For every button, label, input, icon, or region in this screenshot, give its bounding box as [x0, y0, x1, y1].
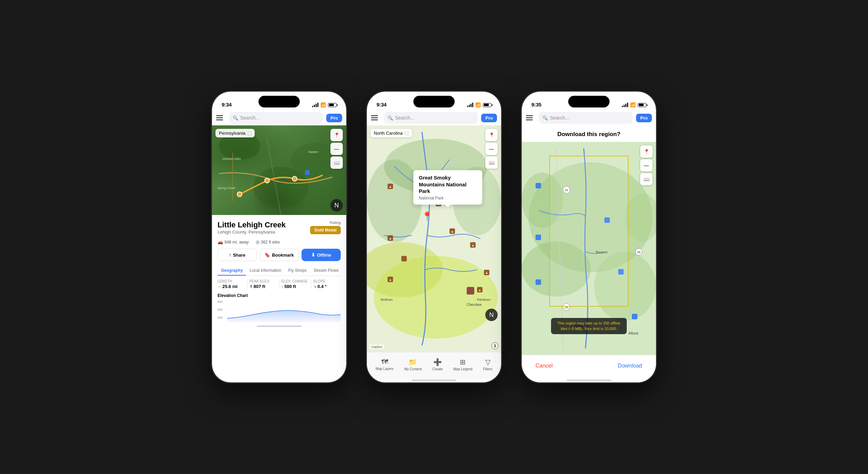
- bookmark-button[interactable]: 🔖 Bookmark: [260, 249, 299, 261]
- svg-rect-25: [401, 256, 407, 261]
- rating-box: Rating Gold Medal: [310, 220, 341, 234]
- share-icon: ↑: [229, 252, 231, 258]
- battery-icon-1: [328, 103, 337, 107]
- nav-map-legend[interactable]: ⊞ Map Legend: [453, 358, 473, 371]
- book-control-3[interactable]: 📖: [640, 173, 653, 185]
- download-title: Download this region?: [557, 131, 620, 137]
- share-button[interactable]: ↑ Share: [218, 249, 257, 261]
- elevation-value: 362 ft elev.: [261, 240, 281, 245]
- svg-text:▲: ▲: [478, 288, 481, 292]
- hamburger-button-2[interactable]: [371, 113, 381, 123]
- svg-text:▲: ▲: [485, 271, 488, 275]
- location-badge-1: Pennsylvania ⛶: [215, 129, 255, 137]
- mapbox-attribution: mapbox: [370, 344, 384, 349]
- layers-control-2[interactable]: —: [485, 143, 498, 155]
- bottom-nav-2: 🗺 Map Layers 📁 My Content ➕ Create ⊞ Map…: [367, 352, 501, 380]
- svg-rect-51: [536, 235, 541, 240]
- search-input-2[interactable]: 🔍 Search...: [384, 112, 478, 124]
- expand-icon-1: ⛶: [247, 131, 251, 135]
- layers-control-1[interactable]: —: [330, 143, 343, 155]
- nav-filters[interactable]: ▽ Filters: [483, 358, 492, 371]
- svg-text:▲: ▲: [472, 244, 475, 247]
- hamburger-button-3[interactable]: [526, 113, 536, 123]
- trail-location: Lehigh County, Pennsylvania: [218, 229, 286, 235]
- hamburger-button-1[interactable]: [216, 113, 226, 123]
- tabs-row: Geography Local Information Fly Shops St…: [218, 266, 341, 276]
- svg-rect-38: [467, 287, 474, 295]
- wifi-icon-2: 📶: [475, 102, 481, 107]
- svg-text:▲: ▲: [389, 237, 392, 240]
- status-time-3: 9:35: [531, 102, 541, 107]
- tab-fly-shops[interactable]: Fly Shops: [285, 266, 310, 276]
- search-input-1[interactable]: 🔍 Search...: [229, 112, 323, 124]
- map-satellite-1: Ancient Oaks Easton Spring Creek Pennsyl…: [212, 125, 346, 215]
- rating-label: Rating: [330, 220, 341, 225]
- pro-badge-2[interactable]: Pro: [481, 114, 497, 122]
- create-icon: ➕: [433, 358, 442, 366]
- nav-create[interactable]: ➕ Create: [432, 358, 443, 371]
- pro-badge-3[interactable]: Pro: [636, 114, 652, 122]
- gold-medal-badge: Gold Medal: [310, 226, 341, 234]
- wifi-icon-3: 📶: [630, 102, 636, 107]
- pro-badge-1[interactable]: Pro: [326, 114, 342, 122]
- tab-stream-flows[interactable]: Stream Flows: [310, 266, 341, 276]
- location-control-1[interactable]: 📍: [330, 129, 343, 141]
- phone-3-screen: 9:35 📶: [522, 92, 656, 382]
- status-time-2: 9:34: [377, 102, 387, 107]
- filters-icon: ▽: [485, 358, 490, 366]
- download-button[interactable]: Download: [618, 363, 642, 369]
- download-footer: Cancel Download: [522, 355, 656, 380]
- map-download[interactable]: 26 26 38 Beaver Elba Altura 📍 — 📖: [522, 142, 656, 355]
- location-control-2[interactable]: 📍: [485, 129, 498, 141]
- map-area-1[interactable]: Ancient Oaks Easton Spring Creek Pennsyl…: [212, 125, 346, 215]
- svg-text:▲: ▲: [451, 230, 454, 233]
- location-control-3[interactable]: 📍: [640, 145, 653, 158]
- tab-local-info[interactable]: Local Information: [246, 266, 285, 276]
- tab-geography[interactable]: Geography: [218, 266, 246, 276]
- home-indicator-1: [212, 326, 346, 328]
- elevation-chart-label: Elevation Chart: [218, 293, 341, 298]
- bookmark-icon: 🔖: [264, 252, 270, 258]
- status-icons-1: 📶: [312, 102, 337, 107]
- cancel-button[interactable]: Cancel: [536, 363, 553, 369]
- dynamic-island-1: [258, 96, 300, 107]
- nav-my-content[interactable]: 📁 My Content: [404, 358, 422, 371]
- signal-bars-2: [467, 103, 473, 107]
- signal-bars-1: [312, 103, 318, 107]
- svg-text:▲: ▲: [389, 278, 392, 281]
- search-icon-2: 🔍: [388, 115, 393, 121]
- trail-name: Little Lehigh Creek: [218, 220, 286, 229]
- layers-control-3[interactable]: —: [640, 159, 653, 172]
- search-icon-1: 🔍: [233, 115, 238, 121]
- download-header: Download this region?: [522, 125, 656, 142]
- offline-icon: ⬇: [311, 252, 315, 258]
- nav-map-layers[interactable]: 🗺 Map Layers: [375, 358, 393, 371]
- offline-button[interactable]: ⬇ Offline: [301, 249, 341, 261]
- download-region-overlay: [549, 156, 628, 307]
- map-pin-2: 📍: [422, 211, 433, 222]
- info-button-2[interactable]: ℹ: [491, 342, 498, 349]
- home-indicator-2: [367, 380, 501, 382]
- popup-title: Great Smoky Mountains National Park: [419, 174, 477, 195]
- phone-1-screen: 9:34 📶: [212, 92, 346, 382]
- phones-container: 9:34 📶: [212, 92, 656, 382]
- search-input-3[interactable]: 🔍 Search...: [539, 112, 633, 124]
- elevation-chart: 800 600 400: [218, 299, 341, 320]
- peak-icon: ⬆: [250, 284, 253, 289]
- map-layers-icon: 🗺: [381, 358, 388, 366]
- action-buttons: ↑ Share 🔖 Bookmark ⬇ Offline: [218, 249, 341, 261]
- book-control-2[interactable]: 📖: [485, 156, 498, 169]
- map-area-2[interactable]: ▲ ▲ ▲ ▲ ▲ ▲ ▲: [367, 125, 501, 352]
- popup-subtitle: National Park: [419, 196, 477, 200]
- svg-text:38: 38: [637, 250, 641, 254]
- signal-bars-3: [622, 103, 628, 107]
- book-control-1[interactable]: 📖: [330, 156, 343, 169]
- map-legend-icon: ⊞: [460, 358, 466, 366]
- stat-slope: Slope ↘ 0.4 °: [313, 279, 341, 289]
- map-popup[interactable]: Great Smoky Mountains National Park Nati…: [413, 170, 482, 205]
- svg-text:Cherokee: Cherokee: [467, 303, 482, 307]
- stat-elev-change: Elev. Change ↕ 580 ft: [282, 279, 309, 289]
- svg-text:Birdtown: Birdtown: [381, 298, 393, 301]
- phone-3: 9:35 📶: [522, 92, 656, 382]
- svg-rect-50: [536, 183, 541, 188]
